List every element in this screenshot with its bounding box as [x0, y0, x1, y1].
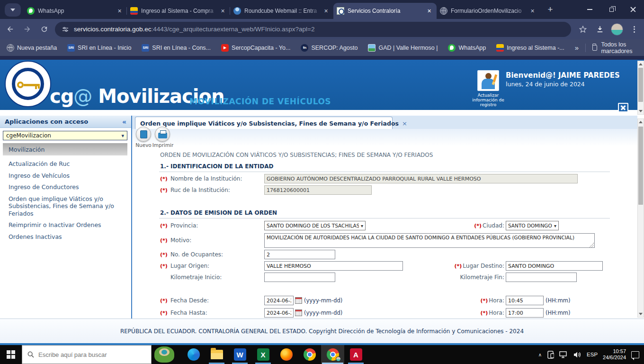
close-window-button[interactable] — [622, 0, 644, 19]
profile-avatar[interactable] — [610, 22, 624, 36]
taskbar-acrobat-button[interactable]: A — [344, 345, 367, 364]
tab-whatsapp[interactable]: WhatsApp × — [24, 3, 127, 19]
back-button[interactable] — [3, 22, 17, 36]
address-bar[interactable]: servicios.contraloria.gob.ec:4443/cge_ar… — [55, 22, 571, 37]
tab-close-icon[interactable]: × — [116, 7, 124, 15]
hora-desde-input[interactable] — [506, 296, 544, 305]
bookmark-star-button[interactable] — [576, 22, 590, 36]
logout-close-button[interactable] — [618, 103, 628, 112]
site-settings-icon[interactable] — [62, 26, 69, 33]
sidebar-item-ingreso-vehiculos[interactable]: Ingreso de Vehículos — [9, 172, 128, 180]
bookmark-sercop-agosto[interactable]: fnSERCOP: Agosto — [301, 44, 358, 52]
new-button[interactable] — [136, 127, 151, 142]
notification-center-icon[interactable] — [631, 351, 639, 358]
update-registration-button[interactable] — [477, 70, 499, 91]
minimize-icon — [587, 9, 592, 10]
sidebar-item-actualizacion-ruc[interactable]: Actualización de Ruc — [9, 160, 128, 168]
scroll-up-button[interactable] — [638, 61, 644, 67]
fecha-hasta-label: Fecha Hasta: — [170, 309, 264, 316]
bookmark-sri-inicio[interactable]: SRISRI en Línea - Inicio — [67, 44, 131, 52]
tab-formulario-orden[interactable]: FormularioOrdenMovilizacio × — [437, 3, 540, 19]
language-indicator[interactable]: ESP — [587, 352, 598, 357]
provincia-select[interactable]: SANTO DOMINGO DE LOS TSACHILAS ▾ — [264, 221, 366, 230]
sidebar-group-movilizacion[interactable]: Movilización — [3, 143, 127, 155]
scroll-down-button[interactable] — [638, 311, 644, 317]
content-tab-close-icon[interactable]: × — [402, 120, 407, 127]
application-select[interactable]: cgeMovilizacion ▾ — [3, 131, 127, 140]
nombre-institucion-input[interactable] — [264, 174, 578, 183]
tab-close-icon[interactable]: × — [528, 7, 537, 15]
bookmark-gad-valle-hermoso[interactable]: GAD | Valle Hermoso | — [368, 44, 438, 52]
brand-at-glyph: @ — [73, 85, 92, 107]
minimize-button[interactable] — [579, 0, 600, 19]
motivo-textarea[interactable]: MOVILIZACIÓN DE AUTORIDADES HACIA LA CIU… — [264, 233, 595, 248]
banner-scrollbar[interactable] — [637, 61, 644, 115]
taskbar-chrome-button[interactable] — [298, 345, 321, 364]
tab-close-icon[interactable]: × — [425, 7, 433, 15]
print-button[interactable] — [155, 127, 170, 142]
sidebar-title: Aplicaciones con acceso — [5, 118, 122, 125]
lugar-destino-input[interactable] — [506, 261, 603, 271]
url-host: servicios.contraloria.gob.ec — [74, 26, 152, 33]
browser-menu-button[interactable] — [627, 22, 641, 36]
bookmark-whatsapp[interactable]: WhatsApp — [448, 44, 486, 52]
tab-close-icon[interactable]: × — [219, 7, 227, 15]
sidebar-item-orden-viaticos[interactable]: Orden que implique Viáticos y/o Subsiste… — [9, 195, 128, 218]
sidebar-item-reimprimir-inactivar[interactable]: Reimprimir o Inactivar Ordenes — [9, 221, 128, 229]
start-button[interactable] — [0, 345, 22, 364]
km-fin-input[interactable] — [506, 273, 577, 282]
all-bookmarks-button[interactable]: Todos los marcadores — [601, 41, 637, 55]
ruc-institucion-input[interactable] — [264, 185, 372, 195]
scroll-down-button[interactable] — [638, 108, 644, 114]
welcome-message: Bienvenid@! JAIME PAREDES — [506, 71, 620, 80]
sidebar-collapse-button[interactable]: « — [122, 118, 126, 126]
scrollbar-thumb[interactable] — [638, 68, 643, 102]
gad-image-icon — [368, 44, 376, 52]
phone-link-icon[interactable] — [547, 351, 554, 359]
bookmarks-overflow-button[interactable]: » — [575, 44, 579, 52]
taskbar-word-button[interactable]: W — [228, 345, 251, 364]
downloads-button[interactable] — [593, 22, 607, 36]
bookmark-nueva-pestana[interactable]: Nueva pestaña — [7, 44, 57, 52]
tab-search-button[interactable] — [5, 3, 21, 17]
bookmark-sercopcapacita[interactable]: ▶SercopCapacita - Yo... — [221, 44, 290, 52]
volume-icon[interactable] — [573, 351, 581, 358]
tab-servicios-contraloria-active[interactable]: Servicios Contraloría × — [333, 3, 437, 19]
maximize-button[interactable] — [600, 0, 622, 19]
lugar-destino-label: Lugar Destino: — [463, 263, 504, 269]
ocupantes-input[interactable] — [264, 250, 335, 259]
taskbar-explorer-button[interactable] — [205, 345, 228, 364]
content-tab-orden[interactable]: Orden que implique Viáticos y/o Subsiste… — [135, 117, 393, 129]
taskbar-chrome-active-button[interactable] — [321, 345, 344, 364]
section1-title: 1.- IDENTIFICACION DE LA ENTIDAD — [160, 163, 273, 170]
tray-chevron-icon[interactable]: ∧ — [538, 352, 542, 357]
tab-ingreso-sistema[interactable]: Ingreso al Sistema - Compra × — [127, 3, 230, 19]
fecha-hasta-input[interactable] — [264, 308, 294, 318]
tab-close-icon[interactable]: × — [322, 7, 330, 15]
ciudad-select[interactable]: SANTO DOMINGO ▾ — [506, 221, 559, 230]
reload-button[interactable] — [37, 22, 51, 36]
bookmark-sri-consultas[interactable]: SRISRI en Línea - Cons... — [142, 44, 211, 52]
network-icon[interactable] — [559, 351, 568, 358]
forward-button[interactable] — [20, 22, 34, 36]
calendar-icon[interactable] — [295, 309, 302, 316]
hora-hasta-input[interactable] — [506, 308, 544, 318]
content-scrollbar[interactable] — [637, 118, 644, 318]
taskbar-firefox-button[interactable] — [275, 345, 298, 364]
sidebar-item-ordenes-inactivas[interactable]: Ordenes Inactivas — [9, 233, 128, 241]
sidebar-item-ingreso-conductores[interactable]: Ingreso de Conductores — [9, 183, 128, 191]
bookmark-ingreso-sistema[interactable]: Ingreso al Sistema -... — [496, 44, 564, 52]
scroll-up-button[interactable] — [638, 119, 644, 125]
new-tab-button[interactable]: + — [545, 4, 556, 15]
taskbar-excel-button[interactable]: X — [251, 345, 275, 364]
calendar-icon[interactable] — [295, 297, 302, 304]
taskbar-edge-button[interactable] — [182, 345, 205, 364]
taskbar-clock[interactable]: 10:57 24/6/2024 — [603, 348, 626, 361]
km-inicio-input[interactable] — [264, 273, 335, 282]
tab-roundcube[interactable]: Roundcube Webmail :: Entra × — [230, 3, 333, 19]
taskbar-search[interactable] — [22, 345, 152, 364]
search-input[interactable] — [38, 351, 138, 358]
fecha-desde-input[interactable] — [264, 296, 294, 305]
scrollbar-thumb[interactable] — [638, 127, 643, 205]
textarea-resize-grip[interactable] — [589, 243, 594, 247]
